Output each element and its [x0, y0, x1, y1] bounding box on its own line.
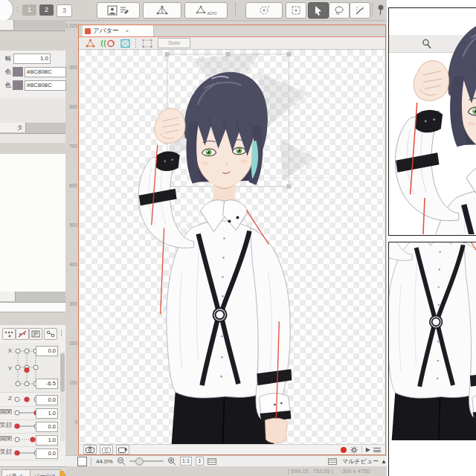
zoom-out-icon[interactable] — [117, 457, 126, 466]
close-icon[interactable]: × — [126, 28, 129, 34]
model-canvas[interactable] — [80, 50, 385, 444]
scrollbar-thumb[interactable] — [60, 353, 65, 392]
settings-gear-icon[interactable] — [350, 446, 358, 454]
selection-size: 300 x 4750 — [342, 468, 370, 475]
warp-deformer-button[interactable] — [286, 2, 306, 19]
play-button[interactable]: ▶ — [366, 446, 370, 454]
zoom-percent: 44.0% — [96, 458, 113, 465]
app-window: { "workspace": { "colon": ":", "buttons"… — [0, 0, 476, 476]
warp-deformer-icon — [291, 5, 301, 16]
color-input[interactable]: #8C808C — [25, 80, 66, 91]
mesh-auto-icon — [196, 5, 206, 16]
zoom-in-icon[interactable] — [167, 457, 176, 466]
mid-palette-header: タ — [0, 123, 65, 134]
fit-view-icon[interactable] — [208, 458, 216, 465]
param-value[interactable]: 1.0 — [36, 408, 58, 419]
divider — [361, 446, 363, 454]
color-swatch[interactable] — [13, 80, 23, 90]
preview-panel-top — [388, 7, 476, 236]
avatar-document-window: アバター × Solo — [78, 25, 386, 455]
playlist-icon[interactable] — [373, 447, 381, 453]
toolbar-divider — [235, 3, 237, 16]
param-y-label: Y — [0, 364, 12, 374]
zoom-slider-knob[interactable] — [135, 457, 144, 466]
tab-parameter[interactable]: パラメ — [1, 469, 33, 476]
parameter-row-open1: 開閉 1.0 — [0, 407, 60, 420]
mesh-auto-button[interactable]: AUTO — [184, 2, 228, 19]
auto-label: AUTO — [208, 12, 216, 16]
arrow-tool-button[interactable] — [308, 2, 329, 19]
cursor-coordinates: ( 599.23 , 753.05 ) — [177, 468, 333, 475]
multiview-button[interactable]: マルチビュー▲ — [342, 457, 387, 466]
artmesh-icon[interactable] — [85, 39, 96, 48]
mid-palette-tab[interactable]: タ — [0, 123, 26, 132]
color-swatch[interactable] — [13, 67, 23, 77]
keyform-panel-button[interactable] — [29, 328, 42, 340]
param-y-value[interactable]: -6.5 — [36, 379, 58, 389]
zoom-slider[interactable] — [129, 460, 164, 462]
lasso-tool-button[interactable] — [329, 2, 350, 19]
inspector-tab[interactable] — [0, 20, 14, 30]
keyform-panel-icon — [31, 330, 40, 338]
param-x-value[interactable]: 0.0 — [36, 346, 58, 356]
ruler-label: 800 — [65, 104, 77, 109]
mesh-box-icon[interactable] — [120, 39, 131, 48]
camera-capture-button[interactable] — [83, 445, 97, 454]
camera-export-button[interactable] — [116, 445, 129, 454]
param-label: 笑顔 — [0, 447, 12, 457]
mesh-edit-icon — [156, 5, 168, 16]
person-icon — [107, 5, 118, 16]
workspace-button-1[interactable]: 1 — [22, 4, 36, 16]
main-toolbar: : 1 2 3 AUTO — [0, 0, 387, 21]
color-input[interactable]: #8C808C — [25, 67, 66, 77]
frame-guide-icon[interactable] — [141, 39, 153, 48]
deformer-toggle-icon[interactable] — [100, 39, 115, 48]
parameter-row-smile2: 笑顔 0.0 — [0, 447, 60, 460]
rotate-deformer-button[interactable] — [245, 2, 283, 19]
inspector-header — [0, 20, 65, 31]
width-input[interactable]: 1.0 — [13, 54, 51, 64]
camera-history-button[interactable] — [100, 445, 113, 454]
param-z-label: Z — [0, 393, 12, 404]
inspector-panel: 幅 1.0 色 #8C808C 色 #8C808C — [0, 51, 65, 99]
parameter-row-z: Z 0.0 — [0, 393, 60, 407]
param-value[interactable]: 0.0 — [36, 448, 58, 459]
param-label: 開閉 — [0, 434, 12, 444]
toolbar-divider — [372, 3, 373, 16]
tab-parts[interactable]: パーツ2 — [30, 469, 61, 476]
actual-size-button[interactable]: 1:1 — [180, 457, 192, 466]
step-down-icon[interactable]: ▼ — [198, 461, 201, 464]
mesh-edit-button[interactable] — [143, 2, 181, 19]
parameter-palette: ⋮ X Y 0.0 -6.5 Z — [0, 325, 65, 466]
record-button[interactable] — [341, 447, 347, 453]
parameter-tab[interactable] — [0, 292, 16, 301]
workspace-button-3[interactable]: 3 — [57, 4, 72, 17]
panel-gap — [0, 98, 65, 143]
param-value[interactable]: 0.0 — [36, 422, 58, 432]
param-z-value[interactable]: 0.0 — [36, 395, 58, 405]
pin-tool-button[interactable] — [376, 4, 386, 16]
zoom-stepper[interactable]: ▲▼ — [196, 457, 203, 466]
param-value[interactable]: 1.0 — [36, 435, 58, 446]
canvas-status-bar: 44.0% 1:1 ▲▼ マルチビュー▲ — [65, 455, 387, 466]
palette-menu-icon[interactable]: ⋮ — [58, 329, 65, 336]
avatar-closeup-top — [389, 8, 476, 234]
workspace-button-2[interactable]: 2 — [39, 4, 54, 16]
brush-tool-button[interactable] — [350, 2, 370, 19]
tab-avatar[interactable]: アバター × — [83, 25, 154, 36]
model-view-button[interactable] — [97, 2, 140, 19]
add-keyform-button[interactable] — [2, 328, 16, 340]
ruler-label: 100 — [65, 380, 77, 385]
ruler-label: 900 — [65, 65, 77, 70]
parameter-scrollbar[interactable] — [60, 352, 65, 441]
background-color-swatch[interactable] — [77, 457, 87, 466]
parameter-row-smile1: 笑顔 0.0 — [0, 420, 60, 434]
delete-keyform-button[interactable] — [16, 328, 29, 340]
rotate-deformer-icon — [258, 5, 270, 16]
layers-icon[interactable] — [328, 458, 337, 465]
link-parameter-button[interactable] — [44, 328, 57, 340]
lasso-icon — [334, 5, 344, 16]
solo-button[interactable]: Solo — [158, 38, 190, 48]
parameter-row-xy: X Y 0.0 -6.5 — [0, 343, 60, 393]
preview-area — [387, 0, 476, 476]
